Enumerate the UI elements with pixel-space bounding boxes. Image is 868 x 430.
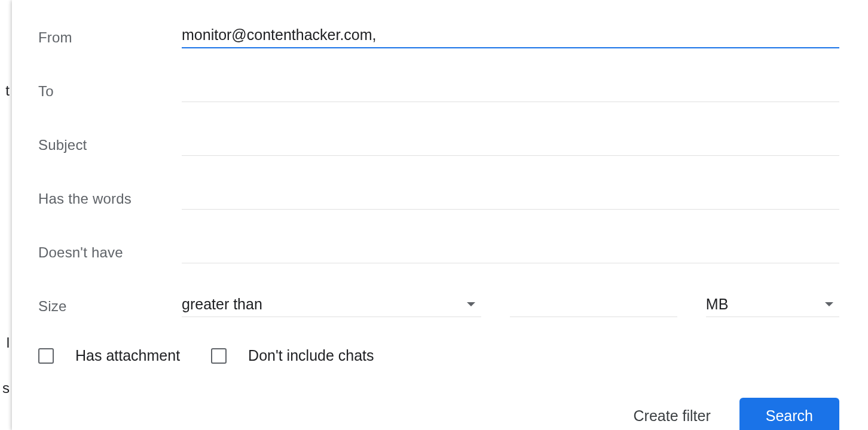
has-words-input-wrap	[182, 186, 839, 210]
create-filter-link[interactable]: Create filter	[634, 407, 711, 425]
from-input-wrap	[182, 24, 839, 48]
has-words-label: Has the words	[38, 191, 182, 210]
doesnt-have-input-wrap	[182, 239, 839, 263]
subject-field-row: Subject	[38, 132, 839, 156]
has-words-input[interactable]	[182, 186, 839, 210]
size-value-input[interactable]	[510, 293, 677, 317]
subject-label: Subject	[38, 137, 182, 156]
from-field-row: From	[38, 24, 839, 48]
search-filter-panel: From To Subject Has the words Doesn't ha…	[12, 0, 868, 430]
size-unit-value: MB	[706, 296, 729, 313]
size-field-row: Size greater than MB	[38, 293, 839, 317]
doesnt-have-input[interactable]	[182, 239, 839, 263]
has-attachment-checkbox[interactable]: Has attachment	[38, 347, 180, 364]
has-words-field-row: Has the words	[38, 186, 839, 210]
chevron-down-icon	[825, 302, 833, 306]
doesnt-have-field-row: Doesn't have	[38, 239, 839, 263]
doesnt-have-label: Doesn't have	[38, 244, 182, 263]
has-attachment-label: Has attachment	[75, 347, 180, 364]
to-input[interactable]	[182, 78, 839, 102]
search-button[interactable]: Search	[739, 398, 839, 430]
background-fragments: t l s	[0, 0, 12, 430]
checkbox-row: Has attachment Don't include chats	[38, 347, 839, 364]
size-comparator-select[interactable]: greater than	[182, 293, 481, 317]
bg-char: s	[2, 380, 10, 397]
dont-include-chats-checkbox[interactable]: Don't include chats	[211, 347, 374, 364]
checkbox-icon	[38, 348, 54, 364]
actions-row: Create filter Search	[38, 398, 839, 430]
to-input-wrap	[182, 78, 839, 102]
size-unit-select[interactable]: MB	[706, 293, 839, 317]
from-label: From	[38, 29, 182, 48]
subject-input[interactable]	[182, 132, 839, 156]
bg-char: l	[7, 334, 10, 351]
to-label: To	[38, 83, 182, 102]
dont-include-chats-label: Don't include chats	[248, 347, 374, 364]
size-label: Size	[38, 298, 182, 317]
from-input[interactable]	[182, 24, 839, 48]
size-comparator-value: greater than	[182, 296, 262, 313]
checkbox-icon	[211, 348, 227, 364]
subject-input-wrap	[182, 132, 839, 156]
bg-char: t	[5, 82, 10, 99]
chevron-down-icon	[467, 302, 475, 306]
to-field-row: To	[38, 78, 839, 102]
